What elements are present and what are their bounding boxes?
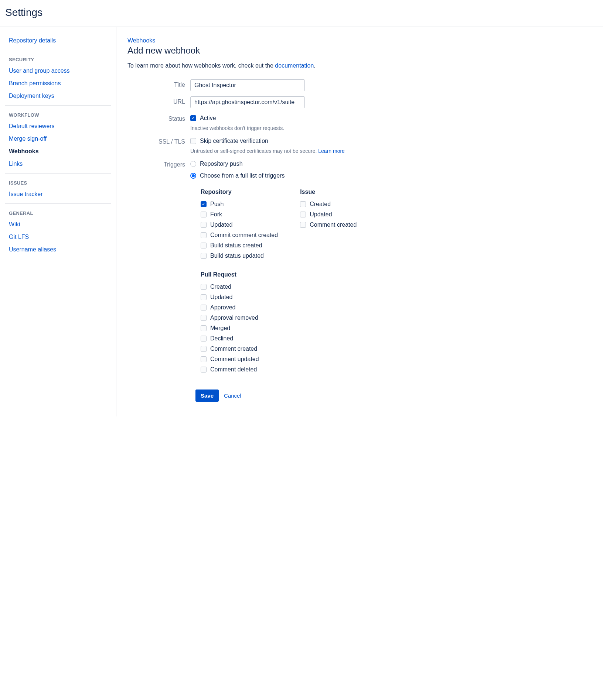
content-title: Add new webhook	[127, 45, 592, 56]
trigger-radio-full-list[interactable]	[190, 173, 196, 179]
webhook-form: Title URL Status Active Inacti	[127, 79, 592, 402]
ssl-label: SSL / TLS	[127, 136, 190, 145]
title-label: Title	[127, 79, 190, 88]
sidebar-item-webhooks[interactable]: Webhooks	[5, 145, 111, 158]
trigger-issue-updated-checkbox[interactable]	[300, 212, 306, 217]
sidebar-item-user-group-access[interactable]: User and group access	[5, 65, 111, 77]
url-label: URL	[127, 96, 190, 105]
trigger-repo-commit-comment-label[interactable]: Commit comment created	[210, 232, 278, 239]
trigger-pr-comment-deleted-checkbox[interactable]	[201, 367, 207, 373]
trigger-group-pull-request: Pull Request Created Updated Approved Ap…	[201, 271, 592, 375]
trigger-repo-fork-checkbox[interactable]	[201, 212, 207, 217]
intro-suffix: .	[314, 62, 315, 69]
trigger-group-repository-label: Repository	[201, 189, 278, 195]
trigger-pr-declined-label[interactable]: Declined	[210, 335, 233, 342]
trigger-radio-push-label[interactable]: Repository push	[200, 161, 243, 167]
url-input[interactable]	[190, 96, 305, 108]
trigger-issue-updated-label[interactable]: Updated	[310, 211, 332, 218]
form-buttons: Save Cancel	[195, 390, 592, 402]
trigger-group-issue: Issue Created Updated Comment created	[300, 189, 357, 261]
sidebar-section-workflow: WORKFLOW	[5, 107, 111, 120]
breadcrumb-webhooks[interactable]: Webhooks	[127, 37, 155, 44]
trigger-pr-comment-deleted-label[interactable]: Comment deleted	[210, 366, 257, 373]
trigger-issue-comment-label[interactable]: Comment created	[310, 222, 357, 228]
intro-prefix: To learn more about how webhooks work, c…	[127, 62, 275, 69]
ssl-learn-more-link[interactable]: Learn more	[318, 148, 345, 154]
trigger-repo-build-updated-checkbox[interactable]	[201, 253, 207, 259]
sidebar-item-links[interactable]: Links	[5, 158, 111, 170]
trigger-group-issue-label: Issue	[300, 189, 357, 195]
sidebar-item-deployment-keys[interactable]: Deployment keys	[5, 90, 111, 102]
trigger-repo-build-created-checkbox[interactable]	[201, 243, 207, 248]
ssl-hint: Untrusted or self-signed certificates ma…	[190, 148, 592, 154]
trigger-pr-comment-created-checkbox[interactable]	[201, 346, 207, 352]
divider	[5, 50, 111, 50]
trigger-group-pr-label: Pull Request	[201, 271, 592, 278]
trigger-repo-push-label[interactable]: Push	[210, 201, 224, 207]
divider	[5, 105, 111, 106]
save-button[interactable]: Save	[195, 390, 219, 402]
trigger-pr-comment-updated-label[interactable]: Comment updated	[210, 356, 259, 363]
sidebar: Repository details SECURITY User and gro…	[0, 27, 116, 416]
trigger-pr-merged-label[interactable]: Merged	[210, 325, 230, 332]
trigger-pr-created-label[interactable]: Created	[210, 284, 231, 290]
divider	[5, 203, 111, 204]
status-label: Status	[127, 113, 190, 122]
sidebar-item-merge-sign-off[interactable]: Merge sign-off	[5, 133, 111, 145]
trigger-repo-build-updated-label[interactable]: Build status updated	[210, 253, 264, 259]
trigger-pr-declined-checkbox[interactable]	[201, 336, 207, 342]
trigger-pr-merged-checkbox[interactable]	[201, 325, 207, 331]
trigger-repo-commit-comment-checkbox[interactable]	[201, 232, 207, 238]
sidebar-item-git-lfs[interactable]: Git LFS	[5, 231, 111, 243]
form-row-status: Status Active Inactive webhooks don't tr…	[127, 113, 592, 131]
trigger-repo-fork-label[interactable]: Fork	[210, 211, 222, 218]
sidebar-item-repository-details[interactable]: Repository details	[5, 34, 111, 47]
sidebar-item-username-aliases[interactable]: Username aliases	[5, 243, 111, 256]
trigger-pr-updated-label[interactable]: Updated	[210, 294, 233, 301]
trigger-pr-approval-removed-checkbox[interactable]	[201, 315, 207, 321]
trigger-repo-push-checkbox[interactable]	[201, 201, 207, 207]
ssl-skip-label[interactable]: Skip certificate verification	[200, 138, 268, 144]
sidebar-item-wiki[interactable]: Wiki	[5, 218, 111, 231]
title-input[interactable]	[190, 79, 305, 91]
trigger-issue-created-checkbox[interactable]	[300, 201, 306, 207]
trigger-pr-comment-updated-checkbox[interactable]	[201, 356, 207, 362]
form-row-ssl: SSL / TLS Skip certificate verification …	[127, 136, 592, 154]
layout: Repository details SECURITY User and gro…	[0, 27, 603, 416]
sidebar-section-issues: ISSUES	[5, 175, 111, 188]
trigger-repo-updated-checkbox[interactable]	[201, 222, 207, 228]
trigger-radio-repository-push[interactable]	[190, 161, 196, 167]
form-row-url: URL	[127, 96, 592, 108]
form-row-title: Title	[127, 79, 592, 91]
trigger-pr-comment-created-label[interactable]: Comment created	[210, 346, 257, 352]
trigger-pr-approved-checkbox[interactable]	[201, 305, 207, 310]
main-content: Webhooks Add new webhook To learn more a…	[116, 27, 603, 416]
trigger-repo-build-created-label[interactable]: Build status created	[210, 242, 262, 249]
form-row-triggers: Triggers Repository push Choose from a f…	[127, 159, 592, 375]
sidebar-item-issue-tracker[interactable]: Issue tracker	[5, 188, 111, 200]
intro-text: To learn more about how webhooks work, c…	[127, 62, 592, 69]
sidebar-item-default-reviewers[interactable]: Default reviewers	[5, 120, 111, 133]
page-title: Settings	[5, 7, 598, 18]
trigger-radio-full-label[interactable]: Choose from a full list of triggers	[200, 172, 285, 179]
divider	[5, 173, 111, 174]
triggers-label: Triggers	[127, 159, 190, 168]
sidebar-section-general: GENERAL	[5, 205, 111, 218]
trigger-issue-created-label[interactable]: Created	[310, 201, 331, 207]
trigger-repo-updated-label[interactable]: Updated	[210, 222, 233, 228]
trigger-pr-approved-label[interactable]: Approved	[210, 304, 236, 311]
ssl-hint-text: Untrusted or self-signed certificates ma…	[190, 148, 318, 154]
trigger-groups-row1: Repository Push Fork Updated Commit comm…	[201, 189, 592, 261]
trigger-pr-created-checkbox[interactable]	[201, 284, 207, 290]
documentation-link[interactable]: documentation	[275, 62, 314, 69]
status-hint: Inactive webhooks don't trigger requests…	[190, 125, 592, 131]
status-active-label[interactable]: Active	[200, 115, 216, 121]
trigger-pr-approval-removed-label[interactable]: Approval removed	[210, 315, 258, 321]
page-header: Settings	[0, 0, 603, 27]
ssl-skip-checkbox[interactable]	[190, 138, 196, 144]
trigger-pr-updated-checkbox[interactable]	[201, 294, 207, 300]
status-active-checkbox[interactable]	[190, 115, 196, 121]
sidebar-item-branch-permissions[interactable]: Branch permissions	[5, 77, 111, 90]
trigger-issue-comment-checkbox[interactable]	[300, 222, 306, 228]
cancel-button[interactable]: Cancel	[224, 392, 241, 399]
